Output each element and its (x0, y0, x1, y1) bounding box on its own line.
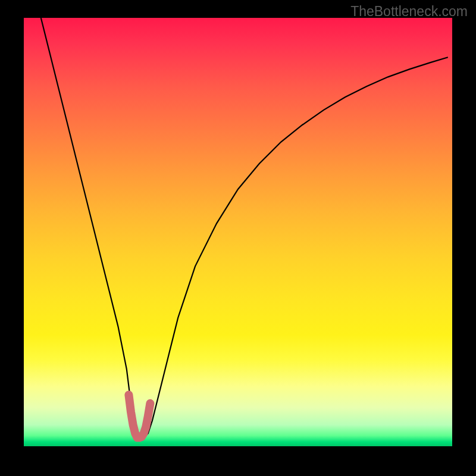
bottleneck-curve (41, 18, 448, 438)
chart-svg (24, 18, 452, 446)
optimal-zone-curve (129, 395, 150, 438)
watermark-text: TheBottleneck.com (350, 4, 468, 20)
chart-area (24, 18, 452, 446)
